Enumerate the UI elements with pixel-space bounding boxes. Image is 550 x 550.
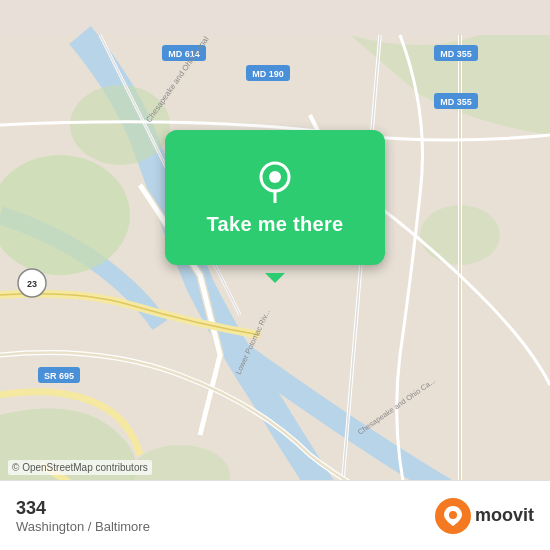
moovit-logo-icon	[435, 498, 471, 534]
svg-text:MD 190: MD 190	[252, 69, 284, 79]
copyright-text: © OpenStreetMap contributors	[8, 460, 152, 475]
svg-text:23: 23	[27, 279, 37, 289]
svg-text:SR 695: SR 695	[44, 371, 74, 381]
take-me-there-button[interactable]: Take me there	[207, 213, 344, 236]
svg-point-2	[70, 85, 170, 165]
svg-text:MD 355: MD 355	[440, 49, 472, 59]
svg-text:MD 355: MD 355	[440, 97, 472, 107]
pin-icon	[253, 159, 297, 203]
svg-point-31	[449, 511, 457, 519]
map-container: 23 MD 614 MD 190 MD 355 MD 355 MD 396 SR…	[0, 0, 550, 550]
route-info: 334 Washington / Baltimore	[16, 498, 150, 534]
svg-point-29	[269, 171, 281, 183]
popup-card: Take me there	[165, 130, 385, 265]
route-label: 334	[16, 498, 150, 519]
moovit-logo-text: moovit	[475, 505, 534, 526]
moovit-logo: moovit	[435, 498, 534, 534]
bottom-bar: 334 Washington / Baltimore moovit	[0, 480, 550, 550]
route-sublabel: Washington / Baltimore	[16, 519, 150, 534]
